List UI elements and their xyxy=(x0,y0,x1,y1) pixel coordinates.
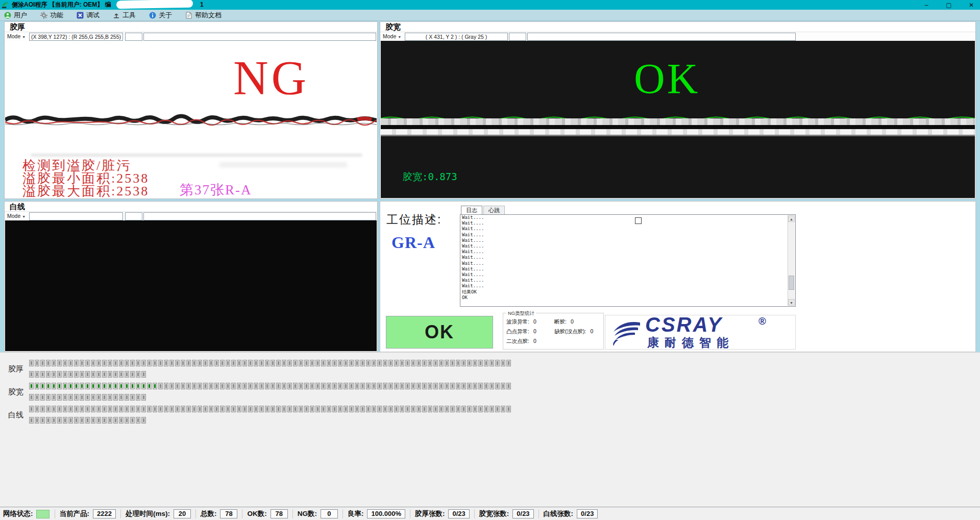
scroll-up-arrow[interactable]: ▲ xyxy=(788,215,795,222)
frame-square-empty xyxy=(63,417,67,424)
glue-line-image-strip xyxy=(5,113,377,127)
tools-icon xyxy=(113,12,120,19)
frame-square-ok xyxy=(46,383,51,389)
frame-square-empty xyxy=(467,360,472,366)
status-item: 处理时间(ms):20 xyxy=(120,509,195,518)
frame-square-empty xyxy=(360,406,365,412)
frame-square-empty xyxy=(46,360,51,366)
toolbar-box-small xyxy=(509,33,526,41)
frame-square-empty xyxy=(40,406,45,412)
menu-item-help-doc[interactable]: 帮助文档 xyxy=(185,11,222,20)
minimize-button[interactable]: – xyxy=(916,0,937,10)
frame-square-empty xyxy=(147,360,152,366)
menu-item-about[interactable]: 关于 xyxy=(149,11,172,20)
log-scrollbar[interactable]: ▲ ▼ xyxy=(788,215,795,306)
frame-square-empty xyxy=(74,360,79,366)
log-entry: Wait.... xyxy=(460,261,795,266)
station-description-label: 工位描述: xyxy=(386,212,442,228)
ng-stat-row: 波浪异常:0 xyxy=(506,318,538,326)
frame-square-empty xyxy=(422,360,427,366)
ng-stat-row: 二次点胶:0 xyxy=(506,338,538,345)
tab-log[interactable]: 日志 xyxy=(461,206,482,214)
frame-square-empty xyxy=(377,360,382,366)
ng-type-statistics: NG类型统计 波浪异常:0凸点异常:0二次点胶:0 断胶:0缺胶(没点胶):0 xyxy=(503,313,604,350)
frame-square-empty xyxy=(108,360,112,366)
log-list[interactable]: Wait....Wait....Wait....Wait....Wait....… xyxy=(460,214,796,307)
menu-item-tools[interactable]: 工具 xyxy=(113,11,136,20)
frame-square-empty xyxy=(259,360,264,366)
frame-square-ok xyxy=(108,383,112,389)
mode-dropdown[interactable]: Mode ▼ xyxy=(7,213,26,219)
frame-square-empty xyxy=(439,383,444,389)
network-status-label: 网络状态: xyxy=(0,509,36,518)
menu-label: 工具 xyxy=(122,11,136,20)
frame-square-empty xyxy=(91,360,95,366)
network-status-indicator xyxy=(36,510,50,518)
frame-square-empty xyxy=(355,383,359,389)
frame-square-empty xyxy=(450,383,455,389)
frame-square-ok xyxy=(85,383,90,389)
frame-square-empty xyxy=(91,417,95,424)
panel-white-line: 白线 Mode ▼ xyxy=(4,201,378,352)
scrollbar-thumb[interactable] xyxy=(789,276,794,290)
frame-square-empty xyxy=(445,406,449,412)
log-checkbox[interactable] xyxy=(635,217,642,224)
glue-line-edge xyxy=(381,135,975,136)
frame-square-empty xyxy=(63,394,67,401)
panel-glue-thickness: 胶厚 Mode ▼ (X 398,Y 1272) : (R 255,G 255,… xyxy=(4,21,378,199)
frame-square-empty xyxy=(287,383,292,389)
frame-square-empty xyxy=(130,394,135,401)
frame-square-ok xyxy=(119,383,124,389)
glue-line-band xyxy=(381,129,975,135)
panel-glue-width: 胶宽 Mode ▼ ( X 431, Y 2 ) : ( Gray 25 ) O… xyxy=(380,21,976,199)
frame-square-empty xyxy=(63,406,67,412)
frame-square-empty xyxy=(254,360,258,366)
frame-square-empty xyxy=(130,360,135,366)
ng-stats-title: NG类型统计 xyxy=(506,310,536,317)
indicator-row xyxy=(29,406,511,412)
frame-square-empty xyxy=(181,360,185,366)
debug-icon xyxy=(77,12,84,19)
frame-square-empty xyxy=(68,360,73,366)
frame-square-empty xyxy=(141,406,146,412)
frame-square-empty xyxy=(433,383,438,389)
frame-square-ok xyxy=(63,383,67,389)
indicator-row xyxy=(29,417,146,424)
frame-square-empty xyxy=(125,394,129,401)
frame-square-empty xyxy=(237,406,241,412)
frame-square-empty xyxy=(96,417,101,424)
frame-square-empty xyxy=(192,383,197,389)
frame-square-empty xyxy=(366,383,371,389)
frame-square-empty xyxy=(220,360,225,366)
frame-square-empty xyxy=(287,406,292,412)
maximize-button[interactable]: ▢ xyxy=(938,0,960,10)
frame-square-empty xyxy=(478,406,483,412)
frame-square-empty xyxy=(198,383,202,389)
frame-square-empty xyxy=(372,383,376,389)
menu-item-functions[interactable]: 功能 xyxy=(40,11,63,20)
scroll-down-arrow[interactable]: ▼ xyxy=(788,299,795,306)
frame-square-empty xyxy=(456,360,460,366)
frame-square-empty xyxy=(388,406,393,412)
frame-square-empty xyxy=(85,406,90,412)
frame-square-empty xyxy=(473,406,477,412)
frame-square-empty xyxy=(119,371,124,378)
toolbar-box-wide xyxy=(143,212,376,220)
menu-item-user[interactable]: 用户 xyxy=(4,11,27,20)
ng-stat-row: 缺胶(没点胶):0 xyxy=(554,328,595,335)
mode-dropdown[interactable]: Mode ▼ xyxy=(7,33,26,39)
frame-square-empty xyxy=(136,360,140,366)
tab-heartbeat[interactable]: 心跳 xyxy=(483,206,505,214)
status-item: OK数:78 xyxy=(242,509,292,518)
frame-square-empty xyxy=(400,383,404,389)
indicator-group-label: 白线 xyxy=(8,410,23,420)
frame-square-empty xyxy=(186,360,191,366)
close-button[interactable]: ✕ xyxy=(961,0,980,10)
frame-square-empty xyxy=(478,360,483,366)
redaction-blob xyxy=(116,0,193,9)
mode-dropdown[interactable]: Mode ▼ xyxy=(383,33,401,39)
menu-item-debug[interactable]: 调试 xyxy=(77,11,100,20)
frame-square-empty xyxy=(85,360,90,366)
frame-square-empty xyxy=(271,360,275,366)
frame-square-ok xyxy=(136,383,140,389)
